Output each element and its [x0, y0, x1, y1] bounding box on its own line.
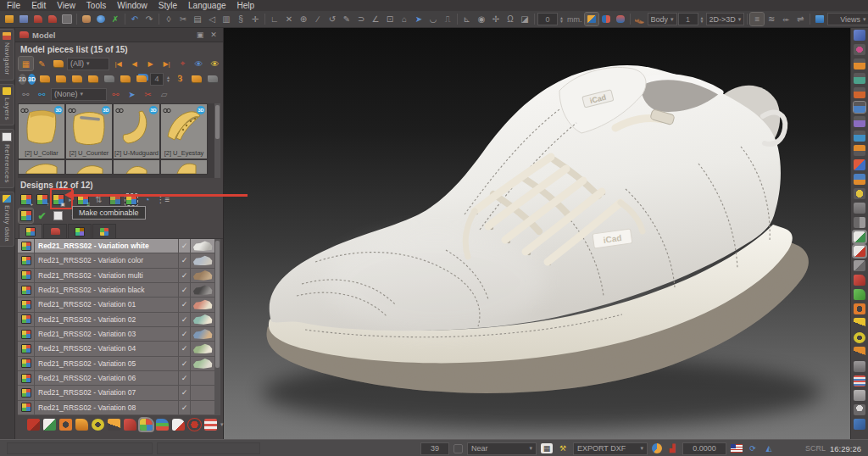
coordinate-field[interactable]: 0.0000 [682, 442, 726, 455]
layers-stack-icon[interactable] [854, 260, 865, 271]
sole-ring-right-icon[interactable] [854, 303, 865, 314]
padding-panel-icon[interactable] [854, 159, 865, 170]
last-body-icon[interactable]: 👞 [633, 13, 647, 25]
apply-check-icon[interactable]: ✔ [35, 209, 49, 223]
outsole-ring-icon[interactable] [854, 332, 865, 343]
colors-panel-icon[interactable] [854, 73, 865, 84]
menu-window[interactable]: Window [112, 0, 153, 11]
piece-count-field[interactable]: 4 [150, 73, 164, 86]
piece-pair-4-icon[interactable] [86, 72, 100, 86]
piece-cell-partial[interactable] [65, 159, 113, 175]
new-design-icon[interactable]: + [19, 192, 33, 207]
settings-tools-icon[interactable]: ✗ [108, 13, 122, 25]
arc-tool-icon[interactable]: ◡ [426, 13, 440, 25]
blank-design-icon[interactable] [51, 209, 65, 223]
duplicate-icon[interactable]: ▥ [220, 13, 233, 25]
mode-3d-button[interactable]: 3D [28, 74, 36, 85]
visible-check-icon[interactable]: ✓ [178, 313, 190, 326]
menu-edit[interactable]: Edit [26, 0, 51, 11]
sole-flat-icon[interactable] [854, 361, 865, 372]
design-row[interactable]: Red21_RRSS02 - Variation 07 ✓ [18, 386, 214, 400]
import-model-icon[interactable] [31, 13, 45, 25]
size-checkbox[interactable] [453, 444, 463, 453]
lines-panel-icon[interactable] [854, 102, 865, 113]
sole-ring-icon[interactable] [59, 419, 72, 431]
corner-tool-icon[interactable]: ∟ [268, 13, 281, 25]
heel-right-icon[interactable] [854, 347, 865, 358]
open-folder-icon[interactable] [3, 13, 16, 25]
materials-panel-icon[interactable] [854, 58, 865, 70]
box-tool-icon[interactable]: ⊡ [383, 13, 397, 25]
piece-pair-2-icon[interactable] [53, 72, 68, 86]
punches-panel-icon[interactable] [854, 116, 865, 127]
design-row[interactable]: Red21_RRSS02 - Variation black ✓ [18, 283, 214, 298]
curve-tool-icon[interactable]: ↺ [326, 13, 339, 25]
tab-model[interactable] [43, 224, 67, 238]
line-tool-icon[interactable]: ∕ [311, 13, 325, 25]
show-piece-icon[interactable]: 👁 [192, 57, 206, 70]
menu-view[interactable]: View [52, 0, 81, 11]
mode-2d-button[interactable]: 2D [19, 74, 26, 85]
piece-count-spinner[interactable]: ▲▼ [165, 75, 171, 82]
pan-hand-icon[interactable] [80, 13, 93, 25]
last-red-icon[interactable] [854, 275, 865, 286]
sidebar-tab-references[interactable]: References [0, 129, 14, 188]
import-design-icon[interactable]: ↑ [35, 192, 49, 207]
tab-colors[interactable] [92, 224, 116, 238]
record-icon[interactable] [188, 419, 201, 431]
grid-toggle-icon[interactable]: ▦ [541, 443, 553, 453]
zoom-lens-icon[interactable] [94, 13, 108, 25]
body-select[interactable]: Body▾ [648, 13, 677, 25]
heel-icon[interactable] [108, 419, 120, 431]
texture-grid-icon[interactable] [854, 44, 865, 55]
menu-help[interactable]: Help [232, 0, 260, 11]
bend-piece-icon[interactable]: Ɜ [173, 72, 187, 86]
view-red-icon[interactable] [854, 246, 865, 257]
last-piece-icon[interactable]: ▶| [159, 57, 174, 70]
sidebar-tab-layers[interactable]: Layers [0, 84, 14, 125]
stitches-panel-icon[interactable] [854, 131, 865, 142]
menu-style[interactable]: Style [153, 0, 182, 11]
move-tool-icon[interactable]: ✢ [489, 13, 503, 25]
piece-cell-partial[interactable] [113, 159, 160, 175]
visible-check-icon[interactable]: ✓ [178, 327, 190, 341]
piece-cell-eyestay[interactable]: 3D [2] U_Eyestay [160, 103, 208, 159]
sole-striped-icon[interactable] [854, 375, 865, 386]
piece-pair-3-icon[interactable] [70, 72, 84, 86]
accessories-lock-icon[interactable] [854, 145, 865, 156]
show-all-icon[interactable]: 👁 [208, 57, 222, 70]
bulb-icon[interactable] [854, 404, 865, 415]
sidebar-tab-navigator[interactable]: Navigator [0, 29, 14, 81]
design-row[interactable]: Red21_RRSS02 - Variation 05 ✓ [18, 357, 214, 371]
break-link-icon[interactable]: ✂ [141, 87, 155, 101]
scissors-icon[interactable] [854, 419, 865, 430]
views-window-icon[interactable] [813, 13, 826, 25]
link-off-icon[interactable]: ⚯ [19, 87, 33, 101]
design-row[interactable]: Red21_RRSS02 - Variation 01 ✓ [18, 298, 214, 312]
redo-icon[interactable]: ↷ [142, 13, 156, 25]
chart-icon[interactable]: ▟ [666, 443, 678, 453]
tools-config-icon[interactable]: ⚒ [557, 443, 569, 453]
wedge-icon[interactable] [854, 318, 865, 329]
eraser-icon[interactable]: ◊ [162, 13, 175, 25]
select-link-icon[interactable]: ➤ [125, 87, 139, 101]
model-pieces-icon[interactable] [27, 419, 40, 431]
lock-icon[interactable]: ⎍ [441, 13, 454, 25]
design-row[interactable]: Red21_RRSS02 - Variation 06 ✓ [18, 371, 214, 386]
save-icon[interactable] [17, 13, 31, 25]
piece-cell-partial[interactable] [160, 159, 208, 175]
folders-icon[interactable] [854, 203, 865, 214]
piece-stack-icon[interactable] [134, 72, 148, 86]
symmetry-icon[interactable] [599, 13, 613, 25]
offset-value-field[interactable]: 0 [537, 13, 558, 25]
link-red-icon[interactable]: ⚯ [108, 87, 123, 101]
next-piece-icon[interactable]: ▶ [143, 57, 158, 70]
pin-panel-icon[interactable]: ▣ [195, 31, 205, 39]
tab-designs[interactable] [19, 224, 42, 238]
last-icon[interactable] [172, 419, 185, 431]
visible-check-icon[interactable]: ✓ [178, 239, 190, 253]
design-row[interactable]: Red21_RRSS02 - Variation 08 ✓ [18, 401, 214, 415]
last-green-icon[interactable] [854, 289, 865, 300]
visible-check-icon[interactable]: ✓ [178, 342, 190, 355]
new-window-icon[interactable] [60, 13, 74, 25]
